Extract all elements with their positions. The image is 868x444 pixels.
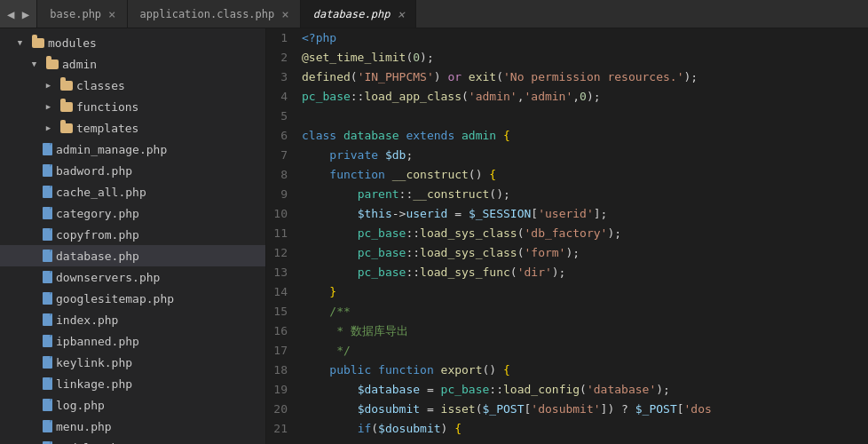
folder-open-icon-admin xyxy=(28,57,43,71)
tree-item-googlesitemap[interactable]: googlesitemap.php xyxy=(0,288,265,309)
code-line-4: 4 pc_base::load_app_class('admin','admin… xyxy=(266,87,868,107)
file-icon-category xyxy=(43,207,52,219)
tree-label-downservers: downservers.php xyxy=(56,271,160,284)
file-icon-ipbanned xyxy=(43,335,52,347)
tree-item-admin[interactable]: admin xyxy=(0,53,265,75)
code-line-12: 12 pc_base::load_sys_class('form'); xyxy=(266,243,868,263)
line-content-19: $database = pc_base::load_config('databa… xyxy=(302,380,868,400)
tree-item-keylink[interactable]: keylink.php xyxy=(0,352,265,373)
line-content-1: <?php xyxy=(302,28,868,48)
line-content-17: */ xyxy=(302,341,868,361)
tree-label-copyfrom: copyfrom.php xyxy=(56,228,139,242)
tree-item-log[interactable]: log.php xyxy=(0,394,265,416)
tab-close-database[interactable]: × xyxy=(397,8,404,20)
tree-label-ipbanned: ipbanned.php xyxy=(56,335,139,348)
tab-close-base[interactable]: × xyxy=(108,8,115,20)
tree-label-database: database.php xyxy=(56,250,139,263)
line-content-3: defined('IN_PHPCMS') or exit('No permiss… xyxy=(302,67,868,87)
code-line-14: 14 } xyxy=(266,282,868,302)
tab-application-class[interactable]: application.class.php × xyxy=(128,0,301,28)
tree-item-category[interactable]: category.php xyxy=(0,202,265,224)
tree-item-cache-all[interactable]: cache_all.php xyxy=(0,181,265,202)
line-number-3: 3 xyxy=(266,67,302,87)
folder-icon-templates xyxy=(43,121,57,135)
line-number-15: 15 xyxy=(266,302,302,321)
code-line-15: 15 /** xyxy=(266,302,868,321)
code-line-5: 5 xyxy=(266,107,868,126)
file-icon-downservers xyxy=(43,271,52,283)
tree-item-functions[interactable]: functions xyxy=(0,96,265,117)
tab-nav-button[interactable]: ◀ ▶ xyxy=(0,0,37,28)
line-number-20: 20 xyxy=(266,400,302,419)
line-number-21: 21 xyxy=(266,419,302,439)
tree-label-templates: templates xyxy=(76,122,138,135)
line-content-11: pc_base::load_sys_class('db_factory'); xyxy=(302,224,868,243)
file-icon-admin-manage xyxy=(43,143,52,155)
tree-label-cache-all: cache_all.php xyxy=(56,186,146,199)
line-content-16: * 数据库导出 xyxy=(302,321,868,341)
tree-item-modules[interactable]: modules xyxy=(0,32,265,53)
tree-item-classes[interactable]: classes xyxy=(0,75,265,96)
line-content-9: parent::__construct(); xyxy=(302,185,868,204)
line-content-14: } xyxy=(302,282,868,302)
file-icon-linkage xyxy=(43,377,52,390)
code-line-16: 16 * 数据库导出 xyxy=(266,321,868,341)
tab-close-application[interactable]: × xyxy=(281,8,288,20)
code-editor[interactable]: 1 <?php 2 @set_time_limit(0); 3 defined(… xyxy=(266,28,868,444)
tree-item-ipbanned[interactable]: ipbanned.php xyxy=(0,330,265,352)
tree-item-templates[interactable]: templates xyxy=(0,117,265,139)
tree-item-copyfrom[interactable]: copyfrom.php xyxy=(0,224,265,245)
tree-item-linkage[interactable]: linkage.php xyxy=(0,373,265,394)
line-number-11: 11 xyxy=(266,224,302,243)
line-content-6: class database extends admin { xyxy=(302,126,868,146)
tree-label-module: module.php xyxy=(56,441,125,445)
code-line-21: 21 if($dosubmit) { xyxy=(266,419,868,439)
tab-database-php[interactable]: database.php × xyxy=(301,0,416,28)
code-line-3: 3 defined('IN_PHPCMS') or exit('No permi… xyxy=(266,67,868,87)
code-line-1: 1 <?php xyxy=(266,28,868,48)
code-line-2: 2 @set_time_limit(0); xyxy=(266,48,868,67)
file-icon-cache-all xyxy=(43,186,52,198)
line-content-15: /** xyxy=(302,302,868,321)
tab-label: application.class.php xyxy=(140,8,275,20)
line-content-21: if($dosubmit) { xyxy=(302,419,868,439)
tree-label-menu: menu.php xyxy=(56,420,112,433)
file-icon-menu xyxy=(43,420,52,432)
code-lines: 1 <?php 2 @set_time_limit(0); 3 defined(… xyxy=(266,28,868,439)
tree-label-badword: badword.php xyxy=(56,164,132,178)
tree-item-menu[interactable]: menu.php xyxy=(0,416,265,437)
tree-label-keylink: keylink.php xyxy=(56,356,132,369)
line-number-2: 2 xyxy=(266,48,302,67)
line-number-7: 7 xyxy=(266,146,302,165)
file-icon-index xyxy=(43,313,52,326)
tree-label-googlesitemap: googlesitemap.php xyxy=(56,292,174,305)
tree-label-classes: classes xyxy=(76,79,125,92)
file-icon-keylink xyxy=(43,356,52,369)
line-number-18: 18 xyxy=(266,361,302,380)
line-number-14: 14 xyxy=(266,282,302,302)
tree-item-downservers[interactable]: downservers.php xyxy=(0,266,265,288)
tree-label-admin-manage: admin_manage.php xyxy=(56,143,167,156)
folder-icon-admin xyxy=(46,59,59,69)
folder-icon-classes xyxy=(43,78,57,92)
line-number-12: 12 xyxy=(266,243,302,263)
line-number-16: 16 xyxy=(266,321,302,341)
code-line-6: 6 class database extends admin { xyxy=(266,126,868,146)
line-number-6: 6 xyxy=(266,126,302,146)
line-content-4: pc_base::load_app_class('admin','admin',… xyxy=(302,87,868,107)
tree-item-index[interactable]: index.php xyxy=(0,309,265,330)
tree-item-database[interactable]: database.php xyxy=(0,245,265,266)
tree-item-module[interactable]: module.php xyxy=(0,437,265,444)
line-number-10: 10 xyxy=(266,204,302,224)
file-tree-sidebar: modules admin classes functions template… xyxy=(0,28,266,444)
file-icon-database xyxy=(43,250,52,262)
tab-label: database.php xyxy=(313,8,391,20)
tree-item-admin-manage[interactable]: admin_manage.php xyxy=(0,139,265,160)
folder-shape-templates xyxy=(60,123,73,133)
tab-base-php[interactable]: base.php × xyxy=(37,0,127,28)
folder-icon-shape xyxy=(32,38,44,48)
line-content-20: $dosubmit = isset($_POST['dosubmit']) ? … xyxy=(302,400,868,419)
line-number-4: 4 xyxy=(266,87,302,107)
tree-item-badword[interactable]: badword.php xyxy=(0,160,265,181)
folder-open-icon xyxy=(14,36,28,50)
